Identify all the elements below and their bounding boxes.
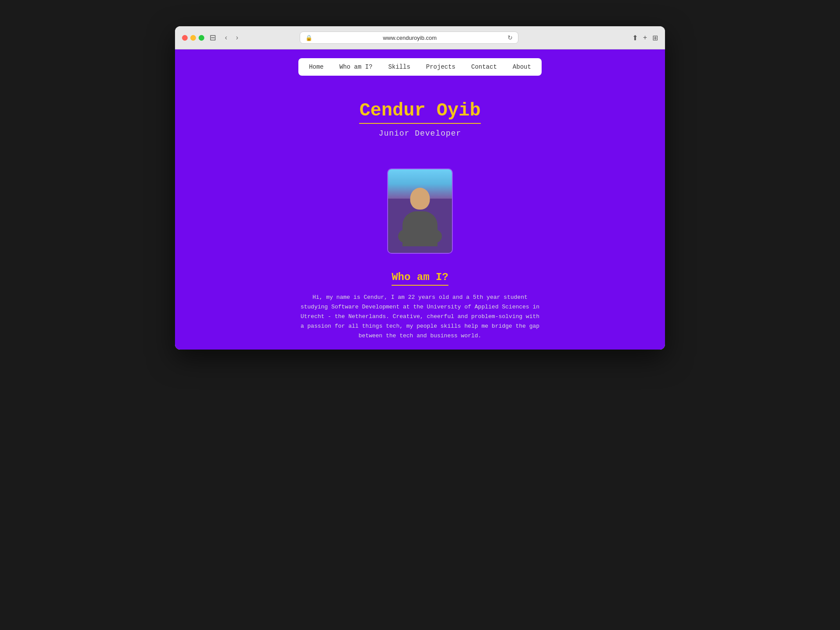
back-button[interactable]: ‹	[223, 33, 229, 42]
who-am-i-text: Hi, my name is Cendur, I am 22 years old…	[298, 293, 542, 341]
maximize-button[interactable]	[199, 35, 204, 41]
address-bar[interactable]: 🔒 www.cenduroyib.com ↻	[300, 32, 518, 44]
nav-item-contact[interactable]: Contact	[464, 61, 504, 73]
new-tab-button[interactable]: +	[643, 34, 647, 42]
browser-chrome: ⊟ ‹ › 🔒 www.cenduroyib.com ↻ ⬆ + ⊞	[175, 26, 665, 49]
hero-name: Cendur Oyib	[359, 100, 480, 124]
sidebar-toggle-button[interactable]: ⊟	[210, 33, 216, 42]
person-figure	[388, 169, 452, 253]
nav-item-who-am-i[interactable]: Who am I?	[332, 61, 380, 73]
browser-window: ⊟ ‹ › 🔒 www.cenduroyib.com ↻ ⬆ + ⊞ Home …	[175, 26, 665, 350]
who-am-i-section: Who am I? Hi, my name is Cendur, I am 22…	[289, 267, 551, 350]
profile-photo	[387, 168, 453, 254]
person-head	[410, 188, 430, 210]
browser-actions: ⬆ + ⊞	[632, 34, 658, 42]
nav-item-about[interactable]: About	[506, 61, 538, 73]
grid-button[interactable]: ⊞	[652, 34, 658, 42]
webpage: Home Who am I? Skills Projects Contact A…	[175, 49, 665, 350]
share-button[interactable]: ⬆	[632, 34, 638, 42]
hero-section: Cendur Oyib Junior Developer	[350, 83, 489, 151]
minimize-button[interactable]	[190, 35, 196, 41]
refresh-button[interactable]: ↻	[508, 34, 513, 41]
url-text: www.cenduroyib.com	[316, 35, 504, 41]
nav-menu: Home Who am I? Skills Projects Contact A…	[298, 58, 542, 76]
who-am-i-title: Who am I?	[392, 271, 448, 286]
traffic-lights	[182, 35, 204, 41]
navbar: Home Who am I? Skills Projects Contact A…	[175, 49, 665, 83]
hero-title: Junior Developer	[359, 129, 480, 138]
nav-item-home[interactable]: Home	[302, 61, 331, 73]
nav-item-skills[interactable]: Skills	[381, 61, 417, 73]
close-button[interactable]	[182, 35, 188, 41]
forward-button[interactable]: ›	[234, 33, 240, 42]
secure-icon: 🔒	[305, 35, 312, 41]
nav-item-projects[interactable]: Projects	[419, 61, 462, 73]
person-arms	[398, 230, 442, 243]
